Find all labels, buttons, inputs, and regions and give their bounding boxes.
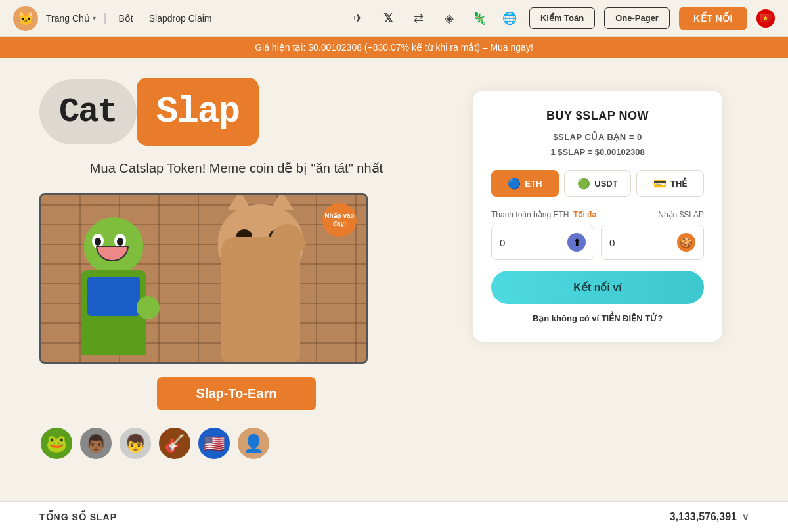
avatar-rockstar[interactable]: 🎸 (158, 426, 192, 460)
card-tab-label: THẺ (670, 179, 687, 188)
input-labels: Thanh toán bằng ETH Tối đa Nhận $SLAP (491, 210, 704, 219)
input-row: ⬆ 🍪 (491, 225, 704, 260)
logo-area: Cat Slap (39, 78, 433, 146)
total-slap-value: 3,133,576,391 ∨ (670, 511, 749, 523)
onepager-button[interactable]: One-Pager (604, 7, 670, 29)
buy-widget: BUY $SLAP NOW $SLAP CỦA BẠN = 0 1 $SLAP … (473, 91, 722, 342)
chevron-down-icon: ▾ (93, 14, 96, 22)
slap-coin-icon: 🍪 (677, 233, 695, 252)
eth-amount-input[interactable] (500, 237, 567, 248)
left-section: Cat Slap Mua Catslap Token! Meme coin dễ… (39, 78, 433, 460)
avatars-row: 🐸 👨🏾 👦 🎸 🇺🇸 👤 (39, 426, 433, 460)
ticker-text: Giá hiện tại: $0.00102308 (+830.07% kể t… (255, 42, 533, 53)
payment-tabs: 🔵 ETH 🟢 USDT 💳 THẺ (491, 170, 704, 197)
avatar-person2[interactable]: 👤 (236, 426, 271, 460)
logo-slap-text: Slap (137, 78, 259, 146)
avatar-elon[interactable]: 👦 (118, 426, 152, 460)
buy-title: BUY $SLAP NOW (491, 109, 704, 123)
card-tab-icon: 💳 (653, 177, 667, 190)
payment-method-label: Thanh toán bằng ETH Tối đa (491, 210, 596, 219)
avatar-pepe[interactable]: 🐸 (39, 426, 74, 460)
logo-cat-text: Cat (39, 79, 137, 144)
connect-button[interactable]: KẾT NỐI (679, 7, 747, 30)
slap-to-earn-button[interactable]: Slap-To-Earn (157, 377, 317, 410)
coingecko-icon[interactable]: 🦎 (469, 8, 490, 29)
globe-icon[interactable]: 🌐 (499, 8, 520, 29)
nav-social-icons: ✈ 𝕏 ⇄ ◈ 🦎 🌐 Kiểm Toán One-Pager KẾT NỐI … (348, 7, 775, 30)
nav-logo[interactable]: 🐱 (13, 6, 38, 31)
audit-button[interactable]: Kiểm Toán (529, 7, 595, 29)
slap-amount-input[interactable] (609, 237, 677, 248)
total-slap-number: 3,133,576,391 (670, 511, 737, 523)
pepe-character (61, 217, 166, 362)
nav-home-label: Trang Chủ (46, 13, 90, 24)
main-content: Cat Slap Mua Catslap Token! Meme coin dễ… (0, 58, 788, 480)
buy-rate: 1 $SLAP = $0.00102308 (491, 147, 704, 157)
receive-label: Nhận $SLAP (658, 210, 704, 219)
tab-eth[interactable]: 🔵 ETH (491, 170, 559, 197)
tab-usdt[interactable]: 🟢 USDT (564, 170, 632, 197)
expand-chevron-icon[interactable]: ∨ (742, 512, 749, 522)
eth-tab-icon: 🔵 (508, 177, 521, 190)
swap-icon[interactable]: ⇄ (408, 8, 429, 29)
navbar: 🐱 Trang Chủ ▾ | Bốt Slapdrop Claim ✈ 𝕏 ⇄… (0, 0, 788, 37)
max-button[interactable]: Tối đa (573, 210, 596, 219)
tagline-text: Mua Catslap Token! Meme coin dễ bị "ăn t… (39, 159, 433, 177)
slap-input-field: 🍪 (601, 225, 704, 260)
eth-input-field: ⬆ (491, 225, 594, 260)
avatar-person1[interactable]: 👨🏾 (79, 426, 113, 460)
usdt-tab-icon: 🟢 (577, 177, 590, 190)
meme-container[interactable]: Nhấp vào đây! (39, 193, 368, 364)
twitter-x-icon[interactable]: 𝕏 (378, 8, 399, 29)
total-slap-bar: TỔNG SỐ SLAP 3,133,576,391 ∨ (0, 501, 788, 532)
tab-card[interactable]: 💳 THẺ (636, 170, 704, 197)
coinmarketcap-icon[interactable]: ◈ (439, 8, 460, 29)
telegram-icon[interactable]: ✈ (348, 8, 369, 29)
no-wallet-link[interactable]: Bạn không có ví TIỀN ĐIỆN TỬ? (491, 313, 704, 323)
click-badge[interactable]: Nhấp vào đây! (322, 203, 357, 237)
nav-bot-link[interactable]: Bốt (115, 11, 137, 26)
nav-slapdrop-link[interactable]: Slapdrop Claim (145, 11, 216, 26)
connect-wallet-button[interactable]: Kết nối ví (491, 271, 704, 304)
eth-coin-icon: ⬆ (567, 233, 586, 252)
language-flag[interactable]: 🇻🇳 (756, 9, 775, 28)
eth-tab-label: ETH (525, 179, 542, 188)
avatar-trump[interactable]: 🇺🇸 (197, 426, 231, 460)
nav-home-dropdown[interactable]: Trang Chủ ▾ (46, 13, 96, 24)
ticker-bar[interactable]: Giá hiện tại: $0.00102308 (+830.07% kể t… (0, 37, 788, 58)
cat-character (195, 204, 326, 362)
pepe-body (81, 270, 146, 355)
buy-balance: $SLAP CỦA BẠN = 0 (491, 132, 704, 142)
usdt-tab-label: USDT (594, 179, 617, 188)
total-slap-label: TỔNG SỐ SLAP (39, 512, 117, 522)
pepe-face (84, 217, 143, 273)
